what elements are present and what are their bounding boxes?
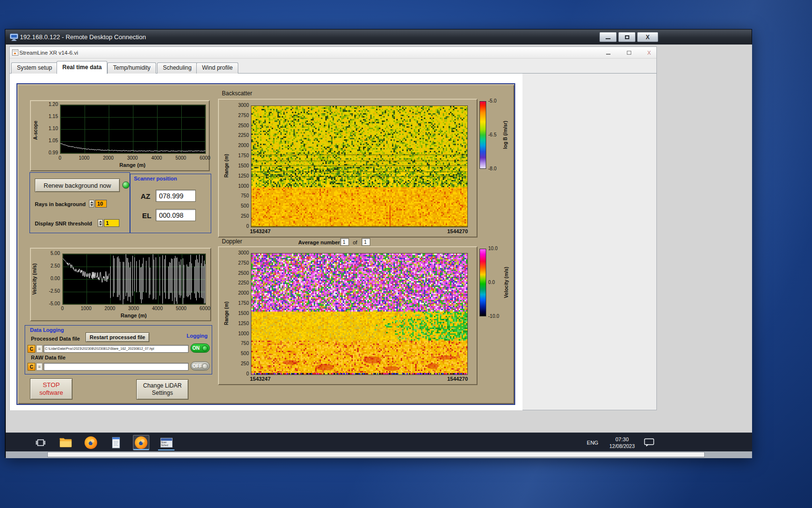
- y-tick: 0: [246, 224, 249, 229]
- y-tick: 750: [241, 194, 249, 198]
- action-center-button[interactable]: [644, 433, 654, 452]
- backscatter-colorbar-ticks: -5.0 -6.5 -8.0: [488, 99, 502, 171]
- app-titlebar[interactable]: StreamLine XR v14-6.vi X: [10, 47, 656, 59]
- path-browse-icon[interactable]: [36, 363, 43, 371]
- restart-processed-file-button[interactable]: Restart processed file: [86, 332, 149, 342]
- y-tick: 0.99: [49, 150, 58, 155]
- raw-logging-toggle[interactable]: OFF: [190, 361, 210, 371]
- background-controls-box: Renew background now Rays in background …: [29, 172, 130, 233]
- x-tick: 6000: [195, 155, 215, 161]
- button-label: STOP: [43, 381, 59, 389]
- app-minimize-button[interactable]: [602, 49, 614, 57]
- task-view-button[interactable]: [32, 435, 49, 450]
- raw-path-input[interactable]: [44, 363, 188, 371]
- tab-real-time-data[interactable]: Real time data: [57, 61, 107, 74]
- rdp-maximize-button[interactable]: [618, 32, 636, 42]
- file-explorer-button[interactable]: [58, 435, 74, 450]
- y-tick: 500: [241, 351, 249, 356]
- change-lidar-settings-button[interactable]: Change LiDAR Settings: [136, 379, 188, 400]
- y-tick: 1750: [238, 301, 249, 306]
- processed-path-input[interactable]: C:\Lidar\Data\Proc\2023\202308\20230812\…: [44, 345, 188, 353]
- tab-label: Temp/humidity: [113, 64, 150, 71]
- y-tick: 2500: [238, 271, 249, 276]
- drive-icon[interactable]: C: [28, 363, 35, 371]
- snr-spinner[interactable]: [98, 219, 103, 227]
- tab-label: Scheduling: [163, 64, 191, 71]
- doppler-heatmap: [251, 253, 468, 375]
- average-number-value: 1: [343, 239, 346, 245]
- data-logging-title: Data Logging: [30, 327, 64, 333]
- velocity-y-ticks: 5.00 2.50 0.00 -2.50 -5.00: [41, 251, 60, 306]
- tab-label: System setup: [17, 64, 52, 71]
- tab-scheduling[interactable]: Scheduling: [157, 62, 197, 74]
- rdp-minimize-button[interactable]: [599, 32, 617, 42]
- backscatter-heatmap: [251, 105, 468, 227]
- x-tick: 0: [50, 155, 70, 161]
- cb-tick: -8.0: [488, 166, 496, 171]
- app-maximize-button[interactable]: [623, 49, 635, 57]
- y-tick: 250: [241, 214, 249, 219]
- ascope-x-axis-title: Range (m): [60, 162, 205, 168]
- date: 12/08/2023: [609, 443, 635, 449]
- language-indicator[interactable]: ENG: [584, 433, 601, 452]
- velocity-y-axis-title: Velocity (m/s): [32, 256, 37, 302]
- firefox-active-button[interactable]: [133, 435, 149, 450]
- doppler-colorbar: [479, 249, 486, 316]
- drive-letter: C: [29, 346, 33, 352]
- scan-scheduler-button[interactable]: Scan Sched: [158, 435, 174, 450]
- az-value: 078.999: [159, 192, 184, 200]
- y-tick: 1000: [238, 184, 249, 189]
- tab-system-setup[interactable]: System setup: [11, 62, 58, 74]
- cb-tick: 0.0: [488, 280, 495, 285]
- vi-icon: [12, 49, 18, 56]
- average-number-field[interactable]: 1: [340, 238, 349, 246]
- decrement-icon: [90, 204, 93, 206]
- rdp-close-button[interactable]: X: [637, 32, 658, 42]
- cb-tick: -5.0: [488, 99, 496, 104]
- taskbar-clock[interactable]: 07:30 12/08/2023: [604, 433, 640, 452]
- snr-threshold-label: Display SNR threshold: [35, 221, 92, 226]
- rays-spinner[interactable]: [89, 200, 94, 208]
- text-editor-button[interactable]: [108, 435, 124, 450]
- toggle-label: OFF: [192, 363, 202, 369]
- rdp-titlebar[interactable]: 192.168.0.122 - Remote Desktop Connectio…: [5, 30, 752, 45]
- processed-logging-toggle[interactable]: ON: [190, 344, 210, 353]
- firefox-button[interactable]: [83, 435, 99, 450]
- backscatter-frame: Range (m) 3000 2750 2500 2250 2000 1750 …: [218, 99, 478, 238]
- app-window-title: StreamLine XR v14-6.vi: [19, 50, 78, 56]
- notepad-icon: [111, 437, 121, 448]
- y-tick: 1750: [238, 153, 249, 158]
- x-start-tick: 1543247: [250, 376, 271, 382]
- snr-value-field[interactable]: 1: [104, 219, 119, 227]
- rays-value: 10: [97, 201, 103, 207]
- toggle-label: ON: [192, 345, 200, 351]
- y-tick: 1250: [238, 174, 249, 179]
- ascope-x-ticks: 0 1000 2000 3000 4000 5000 6000: [50, 155, 215, 161]
- increment-icon: [99, 221, 102, 223]
- x-tick: 4000: [148, 306, 167, 311]
- doppler-colorbar-ticks: 10.0 0.0 -10.0: [488, 246, 503, 319]
- stop-software-button[interactable]: STOP software: [30, 378, 72, 400]
- app-close-button[interactable]: X: [643, 49, 655, 57]
- button-label: Change LiDAR: [143, 382, 182, 389]
- raw-file-label: RAW Data file: [31, 355, 66, 360]
- doppler-colorbar-title: Velocity (m/s): [504, 254, 509, 312]
- scrollbar-thumb[interactable]: [47, 452, 705, 457]
- y-tick: 250: [241, 361, 249, 366]
- renew-background-button[interactable]: Renew background now: [35, 179, 120, 192]
- folder-icon: [59, 437, 72, 448]
- path-browse-icon[interactable]: [36, 345, 43, 353]
- tab-wind-profile[interactable]: Wind profile: [196, 62, 238, 74]
- button-label: Settings: [152, 389, 173, 397]
- horizontal-scrollbar[interactable]: [6, 451, 752, 458]
- doppler-y-ticks: 3000 2750 2500 2250 2000 1750 1500 1250 …: [232, 251, 249, 376]
- ascope-y-axis-title: A-scope: [33, 111, 38, 149]
- x-tick: 5000: [171, 155, 190, 161]
- average-count-field[interactable]: 1: [362, 238, 370, 246]
- time: 07:30: [615, 436, 629, 443]
- drive-icon[interactable]: C: [28, 345, 35, 353]
- x-end-tick: 1544270: [447, 376, 468, 382]
- tab-temp-humidity[interactable]: Temp/humidity: [107, 62, 156, 74]
- cb-tick: -10.0: [488, 314, 499, 319]
- rays-value-field[interactable]: 10: [95, 200, 107, 208]
